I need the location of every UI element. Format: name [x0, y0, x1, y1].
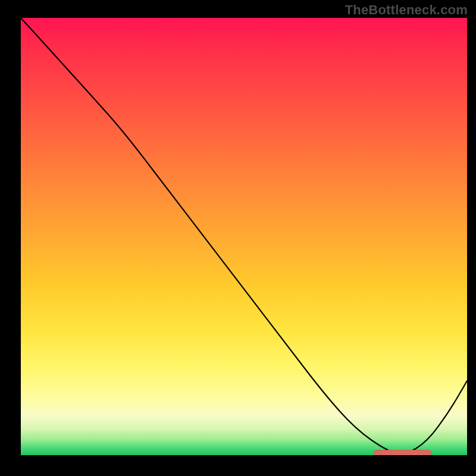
chart-frame: TheBottleneck.com	[0, 0, 476, 476]
watermark-text: TheBottleneck.com	[345, 2, 468, 18]
bottleneck-curve	[21, 18, 467, 455]
optimal-range-marker	[374, 450, 432, 455]
plot-area	[21, 18, 467, 455]
